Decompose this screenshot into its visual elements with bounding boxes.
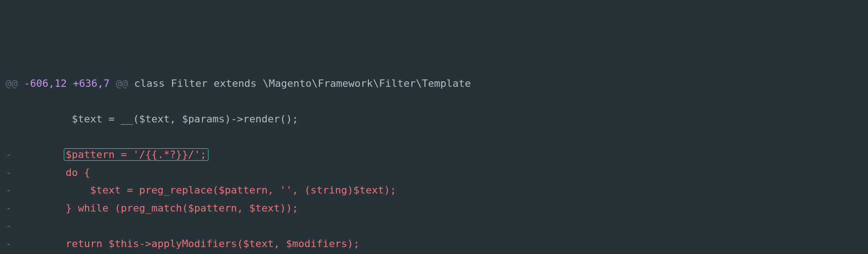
diff-line: $text = __($text, $params)->render(); bbox=[0, 110, 868, 128]
diff-line-marker bbox=[6, 110, 17, 128]
diff-line-code: $text = __($text, $params)->render(); bbox=[72, 113, 298, 125]
diff-line-marker: - bbox=[6, 200, 17, 218]
diff-line-code: do { bbox=[66, 167, 90, 178]
diff-line-marker: - bbox=[6, 146, 17, 164]
diff-line-indent bbox=[17, 113, 72, 125]
diff-body: $text = __($text, $params)->render(); - … bbox=[0, 110, 868, 254]
diff-line: - do { bbox=[0, 164, 868, 182]
hunk-marker-open: @@ bbox=[6, 78, 18, 89]
diff-line-code: } while (preg_match($pattern, $text)); bbox=[66, 202, 298, 214]
diff-line-marker: - bbox=[6, 181, 17, 200]
diff-line-marker: - bbox=[6, 164, 17, 182]
diff-line-marker: - bbox=[6, 235, 17, 253]
diff-line-indent bbox=[17, 184, 90, 196]
diff-line-indent bbox=[17, 202, 66, 214]
diff-line: - $pattern = '/{{.*?}}/'; bbox=[0, 146, 868, 164]
diff-line-code: $pattern = '/{{.*?}}/'; bbox=[64, 148, 208, 161]
diff-line-code: $text = preg_replace($pattern, '', (stri… bbox=[90, 184, 396, 196]
diff-line: - return $this->applyModifiers($text, $m… bbox=[0, 235, 868, 253]
diff-line-code: return $this->applyModifiers($text, $mod… bbox=[66, 238, 360, 249]
diff-line: - $text = preg_replace($pattern, '', (st… bbox=[0, 181, 868, 200]
diff-line-indent bbox=[17, 149, 66, 160]
diff-line: - bbox=[0, 217, 868, 235]
diff-line-marker: - bbox=[6, 217, 17, 235]
diff-hunk-header: @@ -606,12 +636,7 @@ class Filter extend… bbox=[0, 75, 868, 93]
hunk-marker-close: @@ bbox=[116, 78, 128, 89]
diff-line-indent bbox=[17, 238, 66, 249]
diff-line bbox=[0, 128, 868, 146]
diff-line-indent bbox=[17, 167, 66, 178]
hunk-range: -606,12 +636,7 bbox=[18, 78, 116, 89]
diff-line-marker bbox=[6, 128, 17, 146]
diff-line: - } while (preg_match($pattern, $text)); bbox=[0, 200, 868, 218]
hunk-context: class Filter extends \Magento\Framework\… bbox=[128, 78, 471, 89]
